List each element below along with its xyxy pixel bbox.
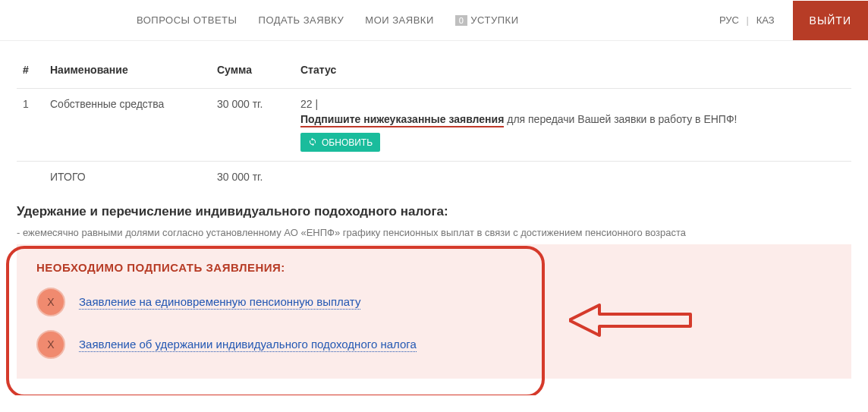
status-rest: для передачи Вашей заявки в работу в ЕНП… bbox=[504, 113, 737, 125]
total-sum: 30 000 тг. bbox=[211, 162, 294, 193]
sign-link-tax[interactable]: Заявление об удержании индивидуального п… bbox=[79, 338, 417, 352]
lang-rus[interactable]: РУС bbox=[719, 14, 739, 26]
table-row: 1 Собственные средства 30 000 тг. 22 | П… bbox=[17, 89, 851, 162]
exit-button[interactable]: ВЫЙТИ bbox=[793, 1, 868, 40]
th-name: Наименование bbox=[44, 56, 211, 89]
tax-section-title: Удержание и перечисление индивидуального… bbox=[17, 204, 851, 219]
lang-switch: РУС | КАЗ bbox=[719, 14, 775, 26]
badge-zero: 0 bbox=[455, 15, 468, 26]
nav-concessions-label: УСТУПКИ bbox=[470, 14, 518, 26]
lang-sep: | bbox=[747, 14, 749, 26]
x-icon: X bbox=[36, 288, 65, 316]
cell-status: 22 | Подпишите нижеуказанные заявления д… bbox=[294, 89, 851, 162]
nav-my-requests[interactable]: МОИ ЗАЯВКИ bbox=[365, 14, 433, 26]
top-nav: ВОПРОСЫ ОТВЕТЫ ПОДАТЬ ЗАЯВКУ МОИ ЗАЯВКИ … bbox=[0, 0, 868, 41]
th-num: # bbox=[17, 56, 44, 89]
nav-submit[interactable]: ПОДАТЬ ЗАЯВКУ bbox=[259, 14, 344, 26]
nav-right: РУС | КАЗ ВЫЙТИ bbox=[719, 1, 868, 40]
sign-box: НЕОБХОДИМО ПОДПИСАТЬ ЗАЯВЛЕНИЯ: X Заявле… bbox=[17, 244, 851, 379]
status-code: 22 | bbox=[300, 98, 845, 110]
tax-section-desc: - ежемесячно равными долями согласно уст… bbox=[17, 227, 851, 238]
total-status-empty bbox=[294, 162, 851, 193]
nav-left: ВОПРОСЫ ОТВЕТЫ ПОДАТЬ ЗАЯВКУ МОИ ЗАЯВКИ … bbox=[0, 14, 719, 26]
status-text: Подпишите нижеуказанные заявления для пе… bbox=[300, 113, 845, 125]
funds-table: # Наименование Сумма Статус 1 Собственны… bbox=[17, 56, 851, 192]
sign-title: НЕОБХОДИМО ПОДПИСАТЬ ЗАЯВЛЕНИЯ: bbox=[36, 261, 832, 274]
sign-link-pension[interactable]: Заявление на единовременную пенсионную в… bbox=[79, 295, 360, 310]
refresh-button[interactable]: ОБНОВИТЬ bbox=[300, 133, 380, 152]
nav-concessions[interactable]: 0 УСТУПКИ bbox=[455, 14, 519, 26]
cell-num: 1 bbox=[17, 89, 44, 162]
nav-faq[interactable]: ВОПРОСЫ ОТВЕТЫ bbox=[137, 14, 237, 26]
sign-wrap: НЕОБХОДИМО ПОДПИСАТЬ ЗАЯВЛЕНИЯ: X Заявле… bbox=[0, 244, 868, 395]
th-status: Статус bbox=[294, 56, 851, 89]
funds-table-wrap: # Наименование Сумма Статус 1 Собственны… bbox=[0, 41, 868, 192]
th-sum: Сумма bbox=[211, 56, 294, 89]
sign-row-1: X Заявление на единовременную пенсионную… bbox=[36, 288, 832, 316]
refresh-label: ОБНОВИТЬ bbox=[322, 137, 373, 148]
total-empty bbox=[17, 162, 44, 193]
status-bold: Подпишите нижеуказанные заявления bbox=[300, 113, 504, 127]
sign-row-2: X Заявление об удержании индивидуального… bbox=[36, 330, 832, 359]
cell-sum: 30 000 тг. bbox=[211, 89, 294, 162]
cell-name: Собственные средства bbox=[44, 89, 211, 162]
x-icon: X bbox=[36, 330, 65, 359]
total-label: ИТОГО bbox=[44, 162, 211, 193]
lang-kaz[interactable]: КАЗ bbox=[756, 14, 775, 26]
tax-section: Удержание и перечисление индивидуального… bbox=[0, 192, 868, 244]
refresh-icon bbox=[308, 137, 317, 148]
table-total-row: ИТОГО 30 000 тг. bbox=[17, 162, 851, 193]
